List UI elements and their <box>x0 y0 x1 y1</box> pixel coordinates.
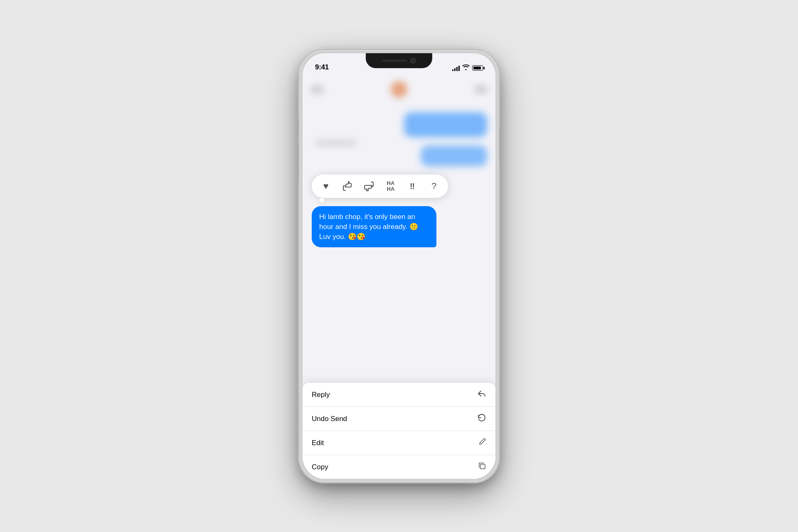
undo-send-icon <box>477 414 486 424</box>
tapback-bar: ♥ HAHA ‼ ? <box>312 175 448 198</box>
tapback-thumbs-up[interactable] <box>340 179 355 194</box>
context-menu-copy-label: Copy <box>312 463 328 471</box>
blurred-back-btn <box>311 85 323 94</box>
scene: 9:41 <box>0 0 798 532</box>
notch-camera <box>410 58 416 64</box>
iphone-frame: 9:41 <box>299 50 499 482</box>
notch <box>366 53 432 68</box>
status-time: 9:41 <box>315 63 329 71</box>
context-menu-edit-label: Edit <box>312 439 324 447</box>
context-menu: Reply Undo Send <box>303 383 495 479</box>
blurred-header <box>303 79 495 100</box>
copy-icon <box>478 462 486 472</box>
battery-fill <box>473 66 481 69</box>
signal-bars <box>452 65 460 71</box>
message-text: Hi lamb chop, it's only been an hour and… <box>319 213 418 241</box>
blurred-action-btn <box>475 85 487 94</box>
signal-bar-3 <box>456 67 458 71</box>
signal-bar-1 <box>452 69 453 71</box>
tapback-heart[interactable]: ♥ <box>318 179 333 194</box>
edit-icon <box>478 438 486 448</box>
message-bubble: Hi lamb chop, it's only been an hour and… <box>312 206 436 247</box>
tapback-exclaim[interactable]: ‼ <box>405 179 420 194</box>
signal-bar-2 <box>454 68 456 71</box>
blurred-message-2 <box>421 145 487 166</box>
tapback-question[interactable]: ? <box>426 179 441 194</box>
blurred-timestamp <box>315 140 357 145</box>
message-area: ♥ HAHA ‼ ? <box>303 175 495 247</box>
tapback-haha[interactable]: HAHA <box>383 179 398 194</box>
iphone-screen: 9:41 <box>303 53 495 479</box>
context-menu-undo-send[interactable]: Undo Send <box>303 407 495 431</box>
signal-bar-4 <box>458 66 460 71</box>
notch-speaker <box>382 59 407 62</box>
tapback-thumbs-down[interactable] <box>362 179 377 194</box>
blurred-message-1 <box>404 112 487 137</box>
messages-content: ♥ HAHA ‼ ? <box>303 75 495 479</box>
context-menu-edit[interactable]: Edit <box>303 431 495 455</box>
blurred-avatar <box>391 81 407 98</box>
wifi-icon <box>462 64 470 71</box>
context-menu-reply[interactable]: Reply <box>303 383 495 407</box>
context-menu-copy[interactable]: Copy <box>303 455 495 479</box>
battery-icon <box>472 65 483 71</box>
context-menu-reply-label: Reply <box>312 391 330 399</box>
context-menu-undo-label: Undo Send <box>312 415 347 423</box>
svg-rect-0 <box>480 464 485 469</box>
status-icons <box>452 64 483 71</box>
reply-icon <box>477 389 486 400</box>
